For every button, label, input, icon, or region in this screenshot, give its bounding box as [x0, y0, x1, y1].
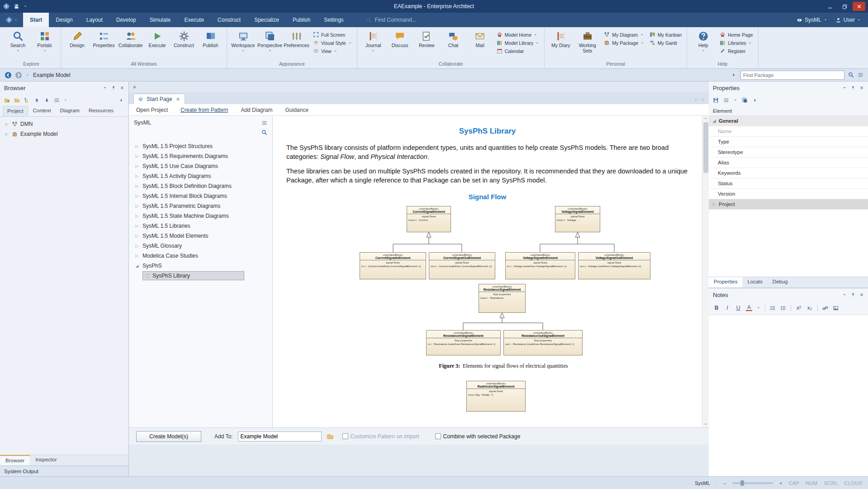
- insert-image-icon[interactable]: [833, 305, 839, 311]
- pin-icon[interactable]: [851, 292, 855, 297]
- restore-button[interactable]: [838, 2, 851, 11]
- ribbon-tab[interactable]: Publish: [286, 13, 317, 27]
- start-page-subtab[interactable]: Open Project: [136, 107, 168, 113]
- pattern-list-item[interactable]: ▷ SysML 1.5 Use Case Diagrams: [129, 161, 272, 171]
- views-icon[interactable]: [742, 97, 748, 103]
- pattern-list-item[interactable]: ◢ SysPhS: [129, 261, 272, 271]
- publish-button[interactable]: Publish: [198, 29, 223, 60]
- property-row[interactable]: Status: [709, 178, 868, 189]
- property-row[interactable]: Stereotype: [709, 147, 868, 158]
- register-button[interactable]: Register: [720, 48, 753, 54]
- system-output-header[interactable]: System Output: [0, 465, 128, 476]
- bold-button[interactable]: B: [713, 305, 720, 311]
- chevron-down-icon[interactable]: [842, 86, 847, 90]
- ribbon-tab[interactable]: Settings: [317, 13, 350, 27]
- menu-icon[interactable]: [723, 97, 729, 103]
- ribbon-tab[interactable]: Specialize: [247, 13, 286, 27]
- zoom-slider[interactable]: [732, 482, 773, 484]
- pattern-list-item[interactable]: ▷ SysML 1.5 Block Definition Diagrams: [129, 181, 272, 191]
- close-icon[interactable]: [859, 86, 864, 90]
- zoom-slider-thumb[interactable]: [740, 480, 744, 486]
- superscript-button[interactable]: x²: [796, 305, 802, 311]
- pin-icon[interactable]: [111, 86, 116, 90]
- my-gantt-button[interactable]: My Gantt: [650, 40, 682, 46]
- close-icon[interactable]: [120, 86, 124, 90]
- start-page-subtab[interactable]: Add Diagram: [241, 107, 272, 113]
- expand-arrow[interactable]: ▷: [135, 184, 139, 188]
- numbered-list-icon[interactable]: [780, 305, 786, 311]
- browse-folder-icon[interactable]: [327, 433, 334, 440]
- tree-item-example-model[interactable]: ▷ Example Model: [0, 129, 128, 139]
- expand-arrow[interactable]: ▷: [135, 224, 139, 228]
- pattern-list-item[interactable]: ▷ SysML Glossary: [129, 241, 272, 251]
- expand-arrow[interactable]: ▷: [712, 202, 716, 206]
- perspective-selector[interactable]: SysML: [797, 17, 827, 23]
- property-group-general[interactable]: ◢ General: [709, 116, 868, 126]
- back-button[interactable]: [5, 72, 12, 79]
- ribbon-tab[interactable]: Design: [49, 13, 79, 27]
- discuss-button[interactable]: Discuss: [387, 29, 413, 60]
- tab-locals[interactable]: Locals: [742, 277, 767, 288]
- zoom-out-button[interactable]: –: [723, 480, 726, 486]
- tab-debug[interactable]: Debug: [768, 277, 793, 288]
- mail-button[interactable]: Mail: [467, 29, 493, 60]
- ribbon-tab[interactable]: Construct: [211, 13, 247, 27]
- tab-properties[interactable]: Properties: [709, 277, 742, 288]
- forward-button[interactable]: [15, 72, 22, 79]
- uml-interface-block[interactable]: «interfaceBlock» ResistanceOutSignalElem…: [503, 330, 583, 355]
- hyperlink-icon[interactable]: [822, 305, 828, 311]
- checkbox[interactable]: [435, 433, 441, 439]
- expand-arrow[interactable]: ▷: [5, 132, 9, 136]
- property-row[interactable]: Version: [709, 189, 868, 199]
- scroll-down-icon[interactable]: [703, 422, 708, 427]
- close-tab-icon[interactable]: ✕: [176, 96, 180, 102]
- uml-interface-block[interactable]: «interfaceBlock» VoltageSignalElement si…: [555, 206, 600, 232]
- scroll-tabs-right-icon[interactable]: [701, 97, 705, 102]
- chevron-down-icon[interactable]: [103, 86, 107, 90]
- browser-tab[interactable]: Resources: [85, 106, 118, 116]
- portals-button[interactable]: Portals: [32, 29, 57, 60]
- find-package-input[interactable]: [740, 71, 844, 80]
- bullet-list-icon[interactable]: [770, 305, 776, 311]
- pattern-list-item[interactable]: ▷ SysML 1.5 Parametric Diagrams: [129, 201, 272, 211]
- start-page-subtab[interactable]: Guidance: [285, 107, 308, 113]
- folder-icon[interactable]: [14, 97, 20, 103]
- ribbon-tab[interactable]: Start: [23, 13, 49, 27]
- browser-tab[interactable]: Diagram: [56, 106, 83, 116]
- uml-interface-block[interactable]: «interfaceBlock» RealVectorSignalElement…: [466, 381, 526, 412]
- dock-tab-inspector[interactable]: Inspector: [30, 455, 62, 465]
- expand-arrow[interactable]: ▷: [135, 144, 139, 149]
- document-scrollbar[interactable]: [702, 116, 709, 427]
- navigate-icon[interactable]: [731, 72, 737, 78]
- ribbon-tab[interactable]: Develop: [109, 13, 143, 27]
- chevron-down-icon[interactable]: [734, 98, 737, 102]
- breadcrumb[interactable]: Example Model: [33, 72, 71, 78]
- pattern-list-item[interactable]: ▷ SysML 1.5 Activity Diagrams: [129, 171, 272, 181]
- property-row[interactable]: Type: [709, 137, 868, 147]
- uml-interface-block[interactable]: «interfaceBlock» CurrentSignalElement si…: [407, 206, 451, 232]
- expand-panel-icon[interactable]: [119, 97, 124, 103]
- construct-button[interactable]: Construct: [171, 29, 197, 60]
- app-menu-button[interactable]: [0, 13, 23, 27]
- execute-button[interactable]: Execute: [144, 29, 170, 60]
- my-package-button[interactable]: My Package: [604, 40, 644, 46]
- workspace-button[interactable]: Workspace: [230, 29, 256, 60]
- properties-button[interactable]: Properties: [91, 29, 117, 60]
- scroll-tabs-left-icon[interactable]: [693, 97, 698, 102]
- journal-button[interactable]: Journal: [360, 29, 386, 60]
- zoom-in-button[interactable]: +: [779, 480, 782, 486]
- expand-arrow[interactable]: ◢: [712, 119, 716, 123]
- my-diagram-button[interactable]: My Diagram: [604, 32, 644, 38]
- ribbon-tab[interactable]: Simulate: [143, 13, 178, 27]
- expand-arrow[interactable]: ▷: [135, 164, 139, 168]
- search-package-icon[interactable]: [848, 72, 854, 78]
- scroll-up-icon[interactable]: [703, 116, 708, 120]
- uml-interface-block[interactable]: «interfaceBlock» VoltageSignalInElement …: [505, 252, 575, 279]
- perspective-button[interactable]: Perspective: [257, 29, 283, 60]
- model-home-button[interactable]: Model Home: [497, 32, 540, 38]
- customize-pattern-checkbox[interactable]: Customize Pattern on import: [342, 433, 419, 440]
- tree-view-icon[interactable]: [24, 97, 30, 103]
- property-group-project[interactable]: ▷ Project: [709, 199, 868, 210]
- subscript-button[interactable]: x₂: [806, 305, 813, 311]
- help-button[interactable]: Help: [690, 29, 716, 60]
